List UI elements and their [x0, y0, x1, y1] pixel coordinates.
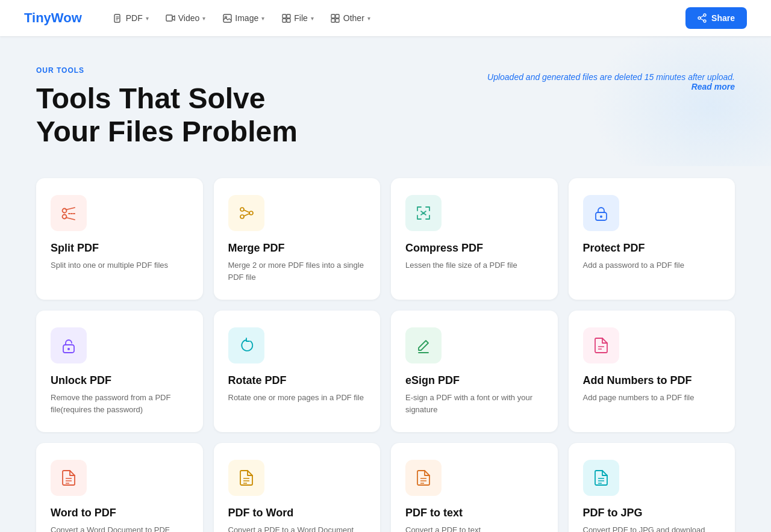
tool-name: eSign PDF [405, 374, 543, 387]
svg-point-16 [704, 20, 706, 22]
tool-desc: Convert PDF to JPG and download each pag… [583, 524, 721, 532]
tool-icon [228, 195, 264, 231]
tool-name: Protect PDF [583, 242, 721, 255]
svg-point-25 [240, 208, 244, 211]
tool-icon [405, 327, 442, 363]
tool-icon [405, 195, 442, 231]
nav-item-video[interactable]: Video ▾ [158, 10, 213, 26]
hero-title: Tools That Solve Your Files Problem [36, 82, 337, 148]
tool-icon [51, 195, 87, 231]
tool-name: Split PDF [51, 242, 189, 255]
notice-read-more[interactable]: Read more [691, 82, 735, 91]
nav-links: PDF ▾ Video ▾ Image ▾ File ▾ [106, 10, 685, 26]
pdf-chevron: ▾ [146, 15, 149, 22]
tool-name: Add Numbers to PDF [583, 374, 721, 387]
tool-card[interactable]: eSign PDFE-sign a PDF with a font or wit… [391, 311, 558, 432]
hero-notice: Uploaded and generated files are deleted… [482, 72, 735, 91]
tool-desc: Rotate one or more pages in a PDF file [228, 392, 366, 404]
nav-pdf-label: PDF [126, 13, 143, 23]
svg-rect-8 [287, 14, 290, 18]
share-label: Share [711, 13, 735, 23]
tool-icon [228, 460, 264, 496]
tool-card[interactable]: Rotate PDFRotate one or more pages in a … [214, 311, 381, 432]
tool-desc: Convert a PDF to a Word Document [228, 524, 366, 532]
hero-title-line1: Tools That Solve [36, 82, 265, 114]
tool-card[interactable]: PDF to JPGConvert PDF to JPG and downloa… [569, 443, 735, 532]
navbar: TinyWow PDF ▾ Video ▾ Image ▾ [0, 0, 771, 36]
pdf-icon [113, 13, 123, 23]
share-button[interactable]: Share [685, 7, 747, 29]
tool-name: Unlock PDF [51, 374, 189, 387]
share-icon [698, 13, 707, 23]
logo-black: Tiny [24, 10, 51, 25]
nav-video-label: Video [178, 13, 200, 23]
nav-file-label: File [294, 13, 308, 23]
svg-line-18 [701, 16, 704, 17]
tool-name: PDF to Word [228, 507, 366, 519]
tool-desc: Convert a PDF to text [405, 524, 543, 532]
tool-icon [405, 460, 442, 496]
tool-name: PDF to JPG [583, 507, 721, 519]
tool-desc: Add page numbers to a PDF file [583, 392, 721, 404]
hero-section: OUR TOOLS Tools That Solve Your Files Pr… [0, 36, 771, 166]
tool-name: PDF to text [405, 507, 543, 519]
image-chevron: ▾ [261, 15, 264, 22]
nav-item-pdf[interactable]: PDF ▾ [106, 10, 156, 26]
nav-item-image[interactable]: Image ▾ [215, 10, 272, 26]
svg-line-23 [66, 218, 75, 220]
logo[interactable]: TinyWow [24, 10, 82, 26]
tool-name: Word to PDF [51, 507, 189, 519]
video-icon [166, 13, 175, 23]
tool-card[interactable]: Word to PDFConvert a Word Document to PD… [36, 443, 203, 532]
svg-line-29 [244, 214, 249, 216]
nav-other-label: Other [343, 13, 364, 23]
tool-desc: Convert a Word Document to PDF [51, 524, 189, 532]
svg-line-28 [244, 210, 249, 212]
tool-icon [583, 195, 619, 231]
logo-blue: Wow [51, 10, 82, 25]
file-chevron: ▾ [311, 15, 314, 22]
svg-point-27 [249, 211, 253, 215]
svg-rect-11 [331, 14, 335, 18]
tool-icon [583, 460, 619, 496]
svg-rect-13 [331, 19, 335, 22]
tool-card[interactable]: Add Numbers to PDFAdd page numbers to a … [569, 311, 735, 432]
tool-card[interactable]: Split PDFSplit into one or multiple PDF … [36, 178, 203, 300]
tool-icon [583, 327, 619, 363]
svg-point-26 [240, 215, 244, 218]
tool-icon [51, 327, 87, 363]
tool-card[interactable]: Protect PDFAdd a password to a PDF file [569, 178, 735, 300]
tool-card[interactable]: PDF to textConvert a PDF to text [391, 443, 558, 532]
svg-point-34 [67, 348, 70, 350]
svg-rect-10 [287, 19, 290, 22]
hero-title-line2: Your Files Problem [36, 116, 298, 147]
svg-point-15 [704, 14, 706, 16]
svg-point-32 [600, 215, 602, 218]
other-chevron: ▾ [367, 15, 370, 22]
tool-name: Compress PDF [405, 242, 543, 255]
svg-rect-4 [166, 15, 172, 21]
tool-card[interactable]: Merge PDFMerge 2 or more PDF files into … [214, 178, 381, 300]
tool-card[interactable]: PDF to WordConvert a PDF to a Word Docum… [214, 443, 381, 532]
tools-grid: Split PDFSplit into one or multiple PDF … [0, 166, 771, 532]
svg-point-17 [698, 17, 701, 19]
image-icon [222, 13, 232, 23]
tool-desc: Add a password to a PDF file [583, 259, 721, 271]
svg-point-20 [63, 209, 67, 213]
nav-item-file[interactable]: File ▾ [274, 10, 321, 26]
svg-line-22 [66, 208, 75, 210]
tool-desc: Lessen the file size of a PDF file [405, 259, 543, 271]
svg-line-19 [701, 19, 704, 20]
svg-rect-9 [282, 19, 286, 22]
tool-desc: E-sign a PDF with a font or with your si… [405, 392, 543, 415]
svg-rect-14 [336, 19, 339, 22]
svg-point-21 [63, 215, 67, 219]
svg-rect-7 [282, 14, 286, 18]
notice-text: Uploaded and generated files are deleted… [487, 72, 735, 82]
tool-name: Rotate PDF [228, 374, 366, 387]
svg-rect-12 [336, 14, 339, 18]
tool-desc: Merge 2 or more PDF files into a single … [228, 259, 366, 283]
nav-item-other[interactable]: Other ▾ [323, 10, 378, 26]
tool-card[interactable]: Unlock PDFRemove the password from a PDF… [36, 311, 203, 432]
tool-card[interactable]: Compress PDFLessen the file size of a PD… [391, 178, 558, 300]
